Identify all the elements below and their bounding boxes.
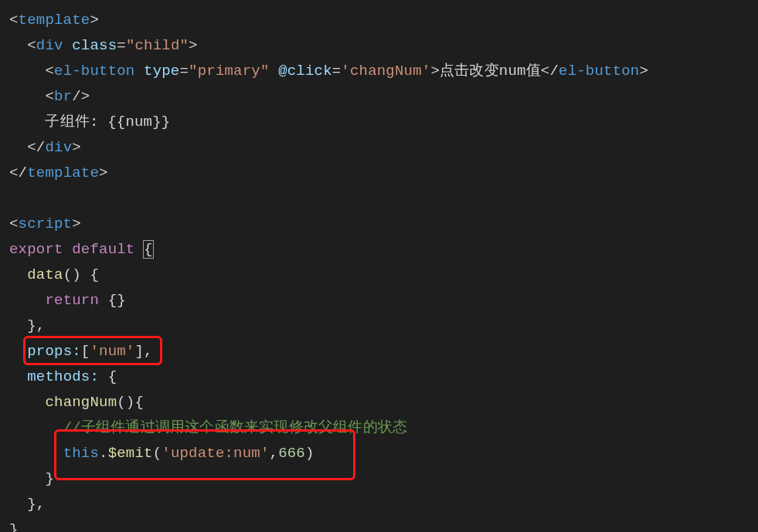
code-token: <	[45, 63, 54, 80]
code-token: =	[179, 63, 189, 80]
code-line[interactable]: return {}	[9, 288, 758, 313]
code-token: div	[36, 37, 72, 54]
code-token: >	[639, 63, 648, 80]
code-token: export	[9, 241, 72, 258]
code-token: "child"	[126, 37, 189, 54]
code-line[interactable]: }	[9, 466, 758, 492]
code-token: "primary"	[189, 63, 278, 80]
code-token: {}	[108, 292, 126, 309]
code-token: (){	[117, 394, 144, 411]
code-token	[9, 368, 27, 385]
code-token: ,	[270, 445, 279, 462]
code-token: >	[189, 37, 198, 54]
code-token: @click	[278, 63, 332, 80]
code-token: 'num'	[90, 343, 134, 360]
code-line[interactable]: <div class="child">	[9, 33, 758, 59]
code-token: methods:	[27, 368, 107, 385]
code-token	[9, 88, 45, 105]
code-line[interactable]	[9, 186, 758, 212]
code-token: 666	[278, 445, 305, 462]
code-line[interactable]: changNum(){	[9, 390, 758, 415]
code-token	[9, 37, 27, 54]
code-token: changNum	[45, 394, 117, 411]
code-token: </	[541, 63, 559, 80]
code-token: [	[81, 343, 90, 360]
code-token: data	[27, 266, 63, 283]
code-token: =	[117, 37, 126, 54]
code-token	[9, 394, 45, 411]
code-token: )	[305, 445, 314, 462]
code-line[interactable]: },	[9, 313, 758, 339]
code-editor[interactable]: <template> <div class="child"> <el-butto…	[0, 0, 758, 532]
code-line[interactable]: </div>	[9, 135, 758, 161]
code-line[interactable]: },	[9, 492, 758, 517]
code-token: (	[153, 445, 162, 462]
code-token: type	[144, 63, 179, 80]
code-token: >	[430, 63, 440, 80]
code-token: 'update:num'	[161, 445, 269, 462]
code-token: </	[27, 139, 45, 156]
code-line[interactable]: <script>	[9, 212, 758, 237]
code-token: default	[72, 241, 144, 258]
code-line[interactable]: </template>	[9, 161, 758, 186]
code-token: template	[19, 12, 90, 29]
code-token: =	[332, 63, 342, 80]
code-token: >	[72, 139, 81, 156]
code-token	[9, 63, 45, 80]
code-token: $emit	[108, 445, 153, 462]
code-token: .	[99, 445, 108, 462]
code-line[interactable]: <template>	[9, 8, 758, 33]
code-token: template	[27, 164, 99, 181]
code-token: />	[72, 88, 90, 105]
code-token: <	[9, 215, 19, 232]
code-token: script	[19, 215, 73, 232]
code-token: () {	[63, 266, 99, 283]
code-token: >	[90, 12, 99, 29]
code-token: <	[9, 12, 19, 29]
code-token: return	[45, 292, 107, 309]
code-token: </	[9, 164, 27, 181]
code-line[interactable]: props:['num'],	[9, 339, 758, 364]
code-token	[9, 292, 45, 309]
code-line[interactable]: <el-button type="primary" @click='changN…	[9, 59, 758, 84]
code-token: {	[108, 368, 117, 385]
code-token	[9, 266, 27, 283]
code-token: >	[72, 215, 81, 232]
code-token: //子组件通过调用这个函数来实现修改父组件的状态	[63, 419, 408, 436]
code-token: 'changNum'	[341, 63, 430, 80]
code-token: this	[63, 445, 99, 462]
code-token: >	[99, 164, 108, 181]
code-token: {	[144, 241, 153, 258]
code-token	[9, 419, 63, 436]
code-line[interactable]: methods: {	[9, 364, 758, 390]
code-line[interactable]: data() {	[9, 263, 758, 288]
code-token: 子组件: {{num}}	[9, 114, 170, 130]
code-token: },	[9, 317, 45, 334]
code-token: el-button	[559, 63, 639, 80]
code-line[interactable]: <br/>	[9, 84, 758, 110]
code-line[interactable]: //子组件通过调用这个函数来实现修改父组件的状态	[9, 415, 758, 441]
code-token	[9, 445, 63, 462]
code-token: el-button	[54, 63, 144, 80]
code-token	[9, 139, 27, 156]
code-line[interactable]: export default {	[9, 237, 758, 263]
code-line[interactable]: this.$emit('update:num',666)	[9, 441, 758, 466]
code-line[interactable]: 子组件: {{num}}	[9, 110, 758, 135]
code-token: <	[27, 37, 36, 54]
code-token: }	[9, 470, 54, 487]
code-token: 点击改变num值	[440, 63, 541, 80]
code-token: },	[9, 496, 45, 513]
code-token: class	[72, 37, 117, 54]
code-token	[9, 343, 27, 360]
code-token: }	[9, 521, 19, 532]
code-token: ],	[134, 343, 152, 360]
code-token: props:	[27, 343, 81, 360]
code-token: br	[54, 88, 72, 105]
code-token: <	[45, 88, 54, 105]
code-line[interactable]: }	[9, 517, 758, 532]
code-token: div	[45, 139, 72, 156]
